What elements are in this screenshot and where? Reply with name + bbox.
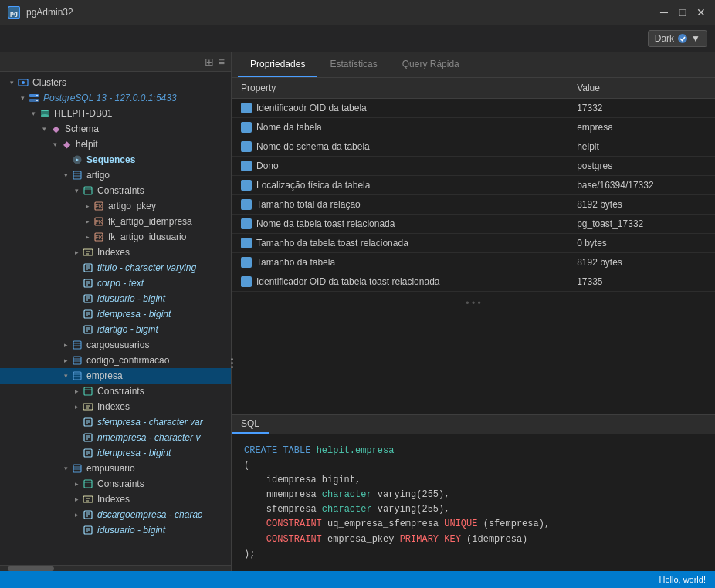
- maximize-button[interactable]: □: [676, 6, 689, 19]
- tree-fk-idempresa[interactable]: FK fk_artigo_idempresa: [0, 214, 231, 229]
- theme-selector[interactable]: Dark ▼: [648, 30, 707, 47]
- tree-empresa-indexes[interactable]: Indexes: [0, 399, 231, 414]
- prop-icon: [241, 199, 252, 210]
- sidebar-scrollbar-thumb[interactable]: [8, 566, 54, 571]
- sidebar-scrollbar-h[interactable]: [0, 565, 231, 571]
- svg-rect-88: [242, 104, 250, 112]
- tree-codigo-confirmacao[interactable]: codigo_confirmacao: [0, 353, 231, 368]
- idusuario-icon: [82, 292, 94, 305]
- tree-titulo[interactable]: titulo - character varying: [0, 260, 231, 275]
- tree-empusuario-indexes[interactable]: Indexes: [0, 492, 231, 507]
- svg-point-10: [41, 114, 49, 117]
- prop-icon: [241, 141, 252, 152]
- tree-empresa-constraints[interactable]: Constraints: [0, 384, 231, 399]
- server-label: PostgreSQL 13 - 127.0.0.1:5433: [43, 93, 177, 103]
- empusuario-constraints-label: Constraints: [97, 478, 144, 489]
- sql-section: SQL CREATE TABLE helpit.empresa ( idempr…: [232, 414, 715, 572]
- table-row: Nome da tabela empresa: [232, 118, 715, 137]
- tree-corpo[interactable]: corpo - text: [0, 275, 231, 291]
- sequences-icon: [71, 154, 83, 166]
- sidebar-tree[interactable]: Clusters PostgreSQL 13 - 127.0.0.1:5433 …: [0, 72, 231, 565]
- tree-empusuario-constraints[interactable]: Constraints: [0, 476, 231, 492]
- right-panel: Propriedades Estatísticas Query Rápida P…: [232, 52, 715, 571]
- theme-chevron-icon: ▼: [691, 33, 700, 44]
- tree-empresa[interactable]: empresa: [0, 368, 231, 384]
- sfempresa-arrow: [71, 417, 82, 427]
- tab-propriedades[interactable]: Propriedades: [238, 52, 317, 77]
- svg-rect-52: [73, 372, 81, 380]
- prop-icon: [241, 103, 252, 113]
- statusbar-message: Hello, world!: [659, 575, 706, 584]
- fk-idusuario-icon: FK: [93, 231, 105, 243]
- tree-idempresa-col[interactable]: idempresa - bigint: [0, 306, 231, 322]
- prop-name: Tamanho total da relação: [232, 195, 568, 214]
- svg-rect-55: [84, 387, 92, 395]
- empusuario-constraints-arrow: [71, 478, 82, 489]
- empresa-constraints-label: Constraints: [97, 386, 144, 397]
- tree-idusuario[interactable]: idusuario - bigint: [0, 291, 231, 306]
- tree-schema[interactable]: ◆ Schema: [0, 121, 231, 137]
- tree-sequences[interactable]: Sequences: [0, 152, 231, 167]
- titlebar: pg pgAdmin32 ─ □ ✕: [0, 0, 715, 25]
- empusuario-indexes-arrow: [71, 494, 82, 505]
- idartigo-label: idartigo - bigint: [97, 324, 158, 335]
- idusuario2-arrow: [71, 525, 82, 536]
- svg-rect-49: [73, 357, 81, 364]
- fk-idusuario-arrow: [82, 231, 93, 242]
- schema-icon: ◆: [49, 123, 62, 135]
- tree-artigo[interactable]: artigo: [0, 167, 231, 183]
- schema-label: Schema: [65, 123, 99, 134]
- tree-server[interactable]: PostgreSQL 13 - 127.0.0.1:5433: [0, 90, 231, 106]
- helpit-arrow: [49, 139, 60, 150]
- tree-idempresa2[interactable]: idempresa - bigint: [0, 445, 231, 461]
- tree-dscargoempresa[interactable]: dscargoempresa - charac: [0, 507, 231, 522]
- prop-icon: [241, 180, 252, 191]
- prop-icon: [241, 276, 252, 287]
- window-controls: ─ □ ✕: [658, 6, 707, 19]
- tree-idusuario2[interactable]: idusuario - bigint: [0, 522, 231, 538]
- codigo-confirmacao-arrow: [60, 355, 71, 366]
- tree-helpit[interactable]: ◆ helpit: [0, 137, 231, 152]
- menu-icon[interactable]: ≡: [219, 56, 225, 68]
- tree-artigo-constraints[interactable]: Constraints: [0, 183, 231, 198]
- more-options[interactable]: • • •: [232, 292, 715, 315]
- prop-value: 17335: [568, 272, 715, 292]
- tree-clusters[interactable]: Clusters: [0, 75, 231, 90]
- tab-query-rapida[interactable]: Query Rápida: [390, 52, 472, 77]
- cargosusuarios-arrow: [60, 340, 71, 350]
- prop-name: Dono: [232, 157, 568, 175]
- sequences-arrow: [60, 154, 71, 165]
- svg-point-8: [36, 100, 38, 101]
- theme-label: Dark: [655, 33, 674, 44]
- idusuario-arrow: [71, 293, 82, 304]
- idusuario-label: idusuario - bigint: [97, 293, 165, 304]
- titulo-arrow: [71, 262, 82, 273]
- artigo-indexes-arrow: [71, 247, 82, 258]
- minimize-button[interactable]: ─: [658, 6, 670, 19]
- empusuario-indexes-label: Indexes: [97, 494, 130, 505]
- artigo-pkey-icon: FK: [93, 200, 105, 212]
- idempresa2-arrow: [71, 448, 82, 458]
- svg-point-4: [22, 81, 25, 84]
- tree-idartigo[interactable]: idartigo - bigint: [0, 322, 231, 337]
- dscargoempresa-label: dscargoempresa - charac: [97, 509, 202, 520]
- tree-cargosusuarios[interactable]: cargosusuarios: [0, 337, 231, 353]
- server-icon: [28, 92, 40, 104]
- tree-nmempresa[interactable]: nmempresa - character v: [0, 430, 231, 445]
- prop-name: Localização física da tabela: [232, 176, 568, 194]
- tree-fk-idusuario[interactable]: FK fk_artigo_idusuario: [0, 229, 231, 245]
- tree-artigo-pkey[interactable]: FK artigo_pkey: [0, 198, 231, 214]
- idusuario2-icon: [82, 524, 94, 536]
- collapse-icon[interactable]: ⊞: [205, 56, 214, 68]
- tabs-bar: Propriedades Estatísticas Query Rápida: [232, 52, 715, 78]
- tree-database[interactable]: HELPIT-DB01: [0, 106, 231, 121]
- svg-rect-95: [242, 239, 250, 247]
- sql-tab[interactable]: SQL: [232, 415, 269, 434]
- tree-empusuario[interactable]: empusuario: [0, 461, 231, 476]
- context-menu-dots[interactable]: [229, 358, 235, 368]
- prop-name: Nome da tabela: [232, 118, 568, 137]
- tab-estatisticas[interactable]: Estatísticas: [317, 52, 389, 77]
- tree-artigo-indexes[interactable]: Indexes: [0, 245, 231, 260]
- tree-sfempresa[interactable]: sfempresa - character var: [0, 414, 231, 430]
- close-button[interactable]: ✕: [695, 6, 707, 19]
